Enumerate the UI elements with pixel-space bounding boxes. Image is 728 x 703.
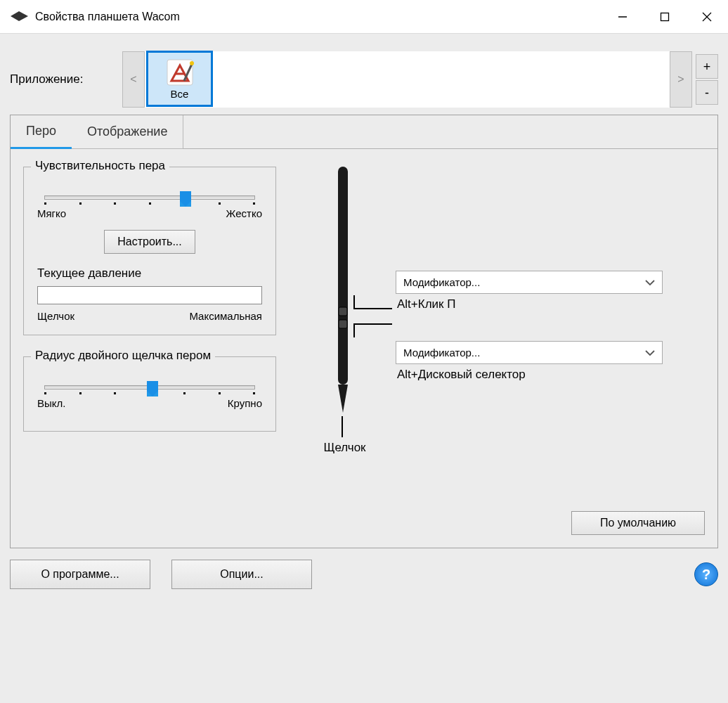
upper-button-value: Модификатор... (403, 276, 480, 288)
current-pressure-bar (37, 286, 262, 304)
lower-button-value: Модификатор... (403, 347, 480, 359)
upper-button-select[interactable]: Модификатор... (396, 271, 663, 294)
default-button[interactable]: По умолчанию (571, 511, 705, 535)
svg-rect-11 (339, 307, 347, 316)
options-button[interactable]: Опции... (171, 560, 312, 589)
all-apps-icon (166, 58, 194, 86)
tip-feel-firm-label: Жестко (226, 207, 262, 219)
tab-mapping[interactable]: Отображение (72, 115, 183, 149)
pressure-max-label: Максимальная (189, 310, 262, 322)
dbl-click-title: Радиус двойного щелчка пером (31, 349, 215, 363)
app-next-button[interactable]: > (670, 51, 692, 108)
dbl-click-slider[interactable] (44, 385, 255, 389)
application-list: Все (145, 51, 670, 108)
chevron-down-icon (645, 347, 655, 359)
pen-tip-label: Щелчок (297, 441, 392, 455)
slider-thumb-icon[interactable] (180, 191, 191, 207)
svg-marker-9 (147, 381, 158, 396)
tip-feel-soft-label: Мягко (37, 207, 66, 219)
svg-rect-2 (661, 13, 669, 20)
minimize-button[interactable] (602, 0, 644, 33)
svg-marker-8 (180, 191, 191, 207)
tab-pen[interactable]: Перо (11, 115, 72, 149)
lower-button-subtitle: Alt+Дисковый селектор (396, 368, 663, 382)
app-prev-button[interactable]: < (122, 51, 145, 108)
application-label: Приложение: (10, 72, 122, 86)
svg-rect-12 (339, 320, 347, 328)
app-icon (11, 11, 28, 22)
svg-rect-10 (338, 167, 348, 385)
svg-point-7 (190, 61, 194, 65)
dbl-click-off-label: Выкл. (37, 397, 65, 409)
about-button[interactable]: О программе... (10, 560, 150, 589)
lower-button-select[interactable]: Модификатор... (396, 341, 663, 364)
app-item-all[interactable]: Все (146, 51, 213, 107)
slider-thumb-icon[interactable] (147, 381, 158, 396)
pressure-click-label: Щелчок (37, 310, 74, 322)
app-add-button[interactable]: + (696, 54, 718, 79)
dbl-click-large-label: Крупно (228, 397, 262, 409)
maximize-button[interactable] (644, 0, 686, 33)
current-pressure-label: Текущее давление (37, 266, 262, 280)
chevron-down-icon (645, 276, 655, 288)
upper-button-subtitle: Alt+Клик П (396, 297, 663, 311)
tip-feel-slider[interactable] (44, 195, 255, 200)
tip-feel-title: Чувствительность пера (31, 159, 169, 173)
help-button[interactable]: ? (694, 562, 718, 586)
app-remove-button[interactable]: - (696, 80, 718, 105)
app-item-label: Все (171, 88, 189, 100)
pen-diagram (332, 167, 353, 413)
window-title: Свойства планшета Wacom (35, 11, 180, 23)
close-button[interactable] (686, 0, 728, 33)
customize-button[interactable]: Настроить... (104, 230, 195, 254)
svg-marker-13 (338, 385, 348, 413)
svg-marker-0 (11, 11, 28, 21)
